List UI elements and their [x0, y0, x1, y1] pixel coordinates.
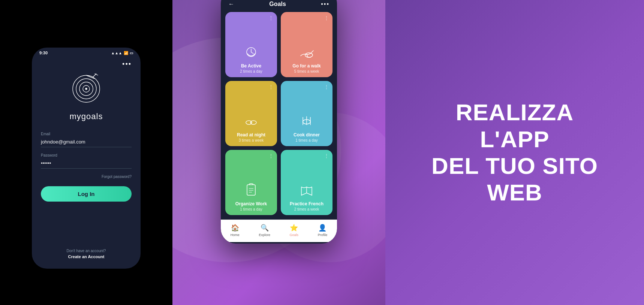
password-input[interactable]	[41, 159, 132, 169]
goal-card-cook[interactable]: ⋮ Cook dinner 1 times a day	[281, 81, 332, 146]
card-freq-3: 1 times a day	[295, 138, 318, 142]
card-freq-5: 2 times a week	[294, 207, 319, 211]
signal-icon: ▲▲▲	[111, 51, 122, 55]
goals-nav-label: Goals	[290, 233, 299, 237]
login-screen: ••• mygoals Email Password	[32, 57, 141, 267]
home-nav-label: Home	[231, 233, 240, 237]
battery-icon: ▭	[130, 51, 133, 55]
explore-nav-label: Explore	[259, 233, 270, 237]
goal-card-be-active[interactable]: ⋮ Be Active 2 times a day	[225, 12, 277, 77]
goals-grid: ⋮ Be Active 2 times a day ⋮	[221, 12, 337, 220]
wifi-icon: 📶	[124, 51, 128, 55]
card-icon-french	[300, 185, 313, 198]
email-group: Email	[41, 132, 132, 147]
card-name-1: Go for a walk	[292, 63, 321, 69]
card-name-4: Organize Work	[235, 201, 267, 206]
card-name-3: Cook dinner	[294, 132, 320, 138]
svg-rect-17	[247, 185, 255, 195]
create-account-section: Don't have an account? Create an Account	[67, 249, 106, 260]
email-label: Email	[41, 132, 132, 136]
goals-menu-dots[interactable]: •••	[321, 1, 329, 7]
create-account-link[interactable]: Create an Account	[68, 254, 105, 259]
card-dots-5: ⋮	[324, 153, 329, 159]
right-promo-section: REALIZZA L'APP DEL TUO SITO WEB	[385, 0, 644, 305]
bottom-nav: 🏠 Home 🔍 Explore ⭐ Goals 👤 Profile	[221, 220, 337, 242]
app-name: mygoals	[70, 112, 103, 121]
svg-point-4	[85, 88, 87, 90]
card-freq-1: 5 times a week	[294, 69, 319, 73]
promo-line2: DEL TUO SITO WEB	[431, 153, 598, 205]
profile-nav-icon: 👤	[318, 224, 326, 232]
explore-nav-icon: 🔍	[261, 224, 269, 232]
promo-text: REALIZZA L'APP DEL TUO SITO WEB	[406, 84, 623, 221]
password-group: Password	[41, 153, 132, 169]
nav-profile[interactable]: 👤 Profile	[318, 224, 328, 237]
app-logo	[69, 72, 103, 106]
card-name-5: Practice French	[290, 201, 323, 206]
card-freq-2: 3 times a week	[239, 138, 264, 142]
login-button[interactable]: Log In	[41, 186, 132, 202]
goals-title: Goals	[269, 1, 286, 7]
card-icon-cook	[300, 114, 313, 129]
card-freq-0: 2 times a day	[240, 69, 262, 73]
goals-screen: ← Goals ••• ⋮ Be Active 2 ti	[221, 0, 337, 242]
card-icon-be-active	[244, 45, 258, 60]
svg-point-9	[305, 53, 313, 57]
card-name-0: Be Active	[241, 63, 261, 69]
login-phone: 9:30 ▲▲▲ 📶 ▭ ••• my	[32, 48, 141, 269]
login-status-bar: 9:30 ▲▲▲ 📶 ▭	[32, 48, 141, 57]
middle-section: 9:30 ▲▲▲ 📶 ▭ ← Goals ••• ⋮	[172, 0, 385, 305]
card-dots-0: ⋮	[268, 15, 274, 21]
goal-card-organize[interactable]: ⋮ Organize Work 1 times a day	[225, 150, 277, 215]
nav-explore[interactable]: 🔍 Explore	[259, 224, 270, 237]
back-arrow-icon[interactable]: ←	[228, 1, 234, 7]
goals-header: ← Goals •••	[221, 0, 337, 12]
card-dots-2: ⋮	[268, 84, 274, 90]
goal-card-read[interactable]: ⋮ Read at night 3 times a week	[225, 81, 277, 146]
forgot-password[interactable]: Forgot password?	[102, 175, 132, 179]
card-dots-1: ⋮	[324, 15, 329, 21]
home-nav-icon: 🏠	[231, 224, 239, 232]
nav-home[interactable]: 🏠 Home	[231, 224, 240, 237]
goal-card-walk[interactable]: ⋮ Go for a walk 5 times a week	[281, 12, 332, 77]
card-icon-organize	[246, 183, 257, 198]
goals-nav-icon: ⭐	[290, 224, 298, 232]
menu-dots[interactable]: •••	[122, 60, 132, 68]
goals-phone: 9:30 ▲▲▲ 📶 ▭ ← Goals ••• ⋮	[221, 0, 337, 244]
card-icon-walk	[299, 47, 314, 60]
card-dots-4: ⋮	[268, 153, 274, 159]
promo-line1: REALIZZA L'APP	[456, 99, 574, 152]
email-input[interactable]	[41, 138, 132, 147]
profile-nav-label: Profile	[318, 233, 328, 237]
login-status-icons: ▲▲▲ 📶 ▭	[111, 51, 133, 55]
password-label: Password	[41, 153, 132, 157]
card-icon-read	[244, 117, 259, 129]
card-dots-3: ⋮	[324, 84, 329, 90]
no-account-text: Don't have an account?	[67, 249, 106, 253]
nav-goals[interactable]: ⭐ Goals	[290, 224, 299, 237]
goal-card-french[interactable]: ⋮ Practice French 2 times a week	[281, 150, 332, 215]
login-time: 9:30	[39, 51, 48, 55]
card-freq-4: 1 times a day	[240, 207, 262, 211]
card-name-2: Read at night	[237, 132, 265, 138]
left-black-section: 9:30 ▲▲▲ 📶 ▭ ••• my	[0, 0, 172, 305]
